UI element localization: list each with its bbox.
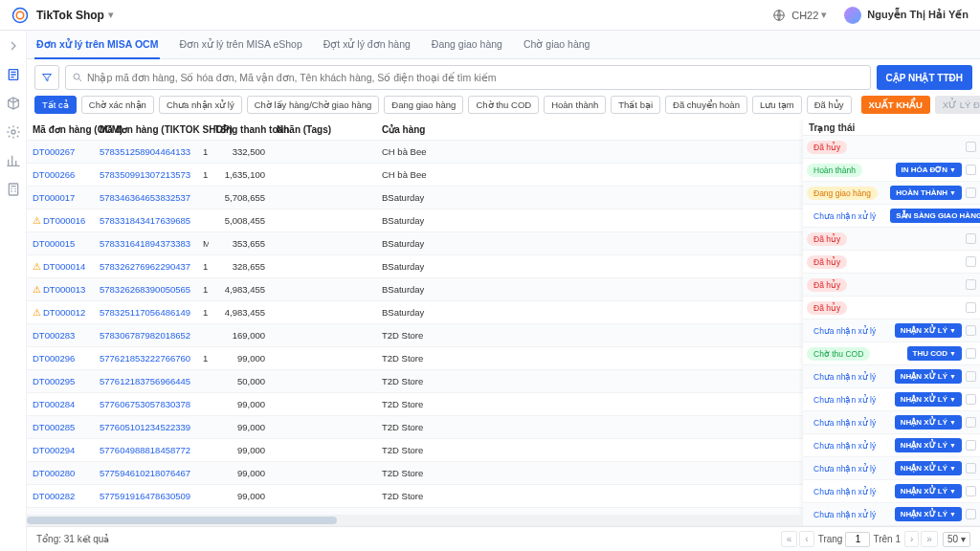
page-size-select[interactable]: 50▾ — [943, 532, 970, 547]
table-row[interactable]: DT00028157757915660212921099,000T2D Stor… — [27, 508, 803, 515]
order-ocm-link[interactable]: DT000266 — [27, 169, 94, 180]
order-tiktok-link[interactable]: 578326268390050565 — [94, 284, 197, 295]
box-icon[interactable] — [6, 96, 21, 111]
update-status-button[interactable]: CẬP NHẬT TTĐH — [877, 65, 972, 90]
row-action-button[interactable]: NHẬN XỬ LÝ▼ — [895, 507, 962, 521]
col-status[interactable]: Trạng thái — [809, 122, 855, 133]
table-row[interactable]: DT000283578306787982018652169,000T2D Sto… — [27, 324, 803, 347]
row-checkbox[interactable] — [966, 440, 976, 451]
order-ocm-link[interactable]: DT000267 — [27, 146, 94, 157]
order-tiktok-link[interactable]: 578351258904464133 — [94, 146, 197, 157]
col-ocm[interactable]: Mã đơn hàng (OCM) — [27, 124, 94, 135]
row-checkbox[interactable] — [966, 394, 976, 405]
row-action-button[interactable]: NHẬN XỬ LÝ▼ — [895, 461, 962, 475]
row-checkbox[interactable] — [966, 371, 976, 382]
col-total[interactable]: Tổng thanh toán — [209, 124, 271, 135]
row-checkbox[interactable] — [966, 233, 976, 244]
row-checkbox[interactable] — [966, 302, 976, 313]
page-prev-button[interactable]: ‹ — [799, 531, 813, 547]
row-action-button[interactable]: SẴN SÀNG GIAO HÀNG▼ — [890, 209, 980, 223]
order-ocm-link[interactable]: DT000283 — [27, 330, 94, 341]
order-tiktok-link[interactable]: 578306787982018652 — [94, 330, 197, 341]
username[interactable]: Nguyễn Thị Hải Yến — [867, 9, 969, 21]
order-tiktok-link[interactable]: 578326276962290437 — [94, 261, 197, 272]
col-store[interactable]: Cửa hàng — [376, 124, 803, 135]
row-checkbox[interactable] — [966, 142, 976, 152]
filter-chip[interactable]: Tất cả — [34, 96, 77, 114]
row-checkbox[interactable] — [966, 348, 976, 359]
page-first-button[interactable]: « — [781, 531, 798, 547]
order-ocm-link[interactable]: ⚠DT000013 — [27, 284, 94, 295]
table-row[interactable]: DT00029557761218375696644550,000T2D Stor… — [27, 370, 803, 393]
order-ocm-link[interactable]: DT000284 — [27, 399, 94, 409]
row-action-button[interactable]: NHẬN XỬ LÝ▼ — [895, 392, 962, 407]
calc-icon[interactable] — [6, 182, 21, 197]
shop-name[interactable]: TikTok Shop — [36, 9, 104, 22]
user-avatar[interactable] — [844, 7, 861, 24]
channel-dropdown-icon[interactable]: ▾ — [821, 9, 827, 21]
order-tiktok-link[interactable]: 577604988818458772 — [94, 445, 197, 455]
order-ocm-link[interactable]: DT000015 — [27, 238, 94, 249]
table-row[interactable]: DT0000175783463646538325375,708,655BSatu… — [27, 187, 803, 209]
table-row[interactable]: DT000015578331641894373383M353,655BSatur… — [27, 232, 803, 255]
row-checkbox[interactable] — [966, 165, 976, 175]
filter-chip[interactable]: Đã hủy — [807, 96, 852, 114]
tab[interactable]: Đơn xử lý trên MISA eShop — [177, 31, 303, 59]
row-action-button[interactable]: THU COD▼ — [907, 346, 962, 361]
row-action-button[interactable]: NHẬN XỬ LÝ▼ — [895, 369, 962, 384]
row-action-button[interactable]: NHẬN XỬ LÝ▼ — [895, 415, 962, 430]
search-input[interactable] — [83, 72, 864, 83]
order-tiktok-link[interactable]: 578325117056486149 — [94, 307, 197, 318]
col-tags[interactable]: Nhãn (Tags) — [271, 124, 376, 135]
filter-button[interactable] — [34, 65, 59, 90]
row-checkbox[interactable] — [966, 463, 976, 474]
order-tiktok-link[interactable]: 577621853222766760 — [94, 353, 197, 364]
table-row[interactable]: DT0002675783512589044641331332,500CH bà … — [27, 141, 803, 164]
order-tiktok-link[interactable]: 578350991307213573 — [94, 169, 197, 180]
col-tiktok[interactable]: Mã đơn hàng (TIKTOK SHOP) — [94, 124, 197, 135]
order-ocm-link[interactable]: DT000285 — [27, 422, 94, 432]
page-last-button[interactable]: » — [921, 531, 938, 547]
table-row[interactable]: ⚠DT0000165783318434176396855,008,455BSat… — [27, 209, 803, 232]
filter-chip[interactable]: Thất bại — [611, 96, 660, 114]
order-tiktok-link[interactable]: 577605101234522339 — [94, 422, 197, 432]
row-checkbox[interactable] — [966, 509, 976, 519]
channel-label[interactable]: CH22 — [791, 10, 818, 21]
filter-chip[interactable]: Chưa nhận xử lý — [159, 96, 242, 114]
order-ocm-link[interactable]: DT000294 — [27, 445, 94, 455]
row-action-button[interactable]: NHẬN XỬ LÝ▼ — [895, 484, 962, 498]
row-checkbox[interactable] — [966, 325, 976, 336]
order-ocm-link[interactable]: ⚠DT000016 — [27, 215, 94, 226]
order-ocm-link[interactable]: DT000295 — [27, 376, 94, 386]
filter-chip[interactable]: Lưu tạm — [752, 96, 802, 114]
order-ocm-link[interactable]: ⚠DT000014 — [27, 261, 94, 272]
table-row[interactable]: DT00029457760498881845877299,000T2D Stor… — [27, 439, 803, 462]
horizontal-scrollbar[interactable] — [27, 515, 803, 526]
shop-dropdown-icon[interactable]: ▾ — [108, 9, 114, 21]
gear-icon[interactable] — [6, 124, 21, 140]
row-action-button[interactable]: NHẬN XỬ LÝ▼ — [895, 323, 962, 338]
table-row[interactable]: DT00026657835099130721357311,635,100CH b… — [27, 164, 803, 187]
order-ocm-link[interactable]: DT000280 — [27, 468, 94, 478]
expand-icon[interactable] — [6, 38, 21, 54]
row-action-button[interactable]: NHẬN XỬ LÝ▼ — [895, 438, 962, 452]
table-row[interactable]: DT00028557760510123452233999,000T2D Stor… — [27, 416, 803, 439]
page-next-button[interactable]: › — [904, 531, 919, 547]
export-button[interactable]: XUẤT KHẨU — [861, 96, 930, 114]
row-checkbox[interactable] — [966, 417, 976, 428]
order-ocm-link[interactable]: ⚠DT000012 — [27, 307, 94, 318]
tab[interactable]: Chờ giao hàng — [522, 31, 591, 59]
order-tiktok-link[interactable]: 577612183756966445 — [94, 376, 197, 386]
order-tiktok-link[interactable]: 577594610218076467 — [94, 468, 197, 478]
row-action-button[interactable]: HOÀN THÀNH▼ — [890, 186, 962, 200]
order-tiktok-link[interactable]: 578331843417639685 — [94, 215, 197, 226]
order-ocm-link[interactable]: DT000017 — [27, 192, 94, 203]
filter-chip[interactable]: Chờ lấy hàng/Chờ giao hàng — [247, 96, 380, 114]
row-checkbox[interactable] — [966, 486, 976, 496]
table-row[interactable]: ⚠DT0000145783262769622904371328,655BSatu… — [27, 255, 803, 278]
page-input[interactable] — [845, 532, 870, 547]
table-row[interactable]: DT00028257759191647863050999,000T2D Stor… — [27, 485, 803, 508]
filter-chip[interactable]: Đang giao hàng — [384, 96, 463, 114]
row-checkbox[interactable] — [966, 187, 976, 198]
row-checkbox[interactable] — [966, 256, 976, 267]
